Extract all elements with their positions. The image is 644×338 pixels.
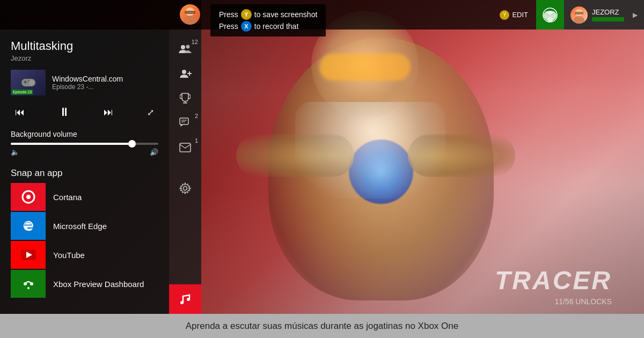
people-icon (179, 43, 192, 54)
svg-rect-2 (185, 11, 195, 14)
svg-rect-14 (28, 80, 29, 82)
pause-button[interactable]: ⏸ (54, 103, 75, 121)
skip-forward-button[interactable]: ⏭ (99, 105, 118, 120)
cortana-ring-icon (21, 189, 36, 204)
controller-icon (20, 77, 36, 89)
svg-point-5 (574, 16, 584, 24)
music-note-icon (178, 292, 193, 307)
media-subtitle: Episode 23 -... (52, 83, 158, 91)
xbox-label: Xbox Preview Dashboard (46, 280, 144, 289)
svg-point-24 (186, 45, 190, 49)
xbox-logo-icon (543, 8, 558, 23)
settings-gear-icon (179, 182, 191, 194)
svg-point-23 (181, 45, 185, 49)
sidebar-settings-item[interactable] (171, 177, 199, 200)
cortana-label: Cortana (46, 193, 82, 202)
message-icon (179, 143, 191, 152)
chat-icon (179, 117, 191, 128)
volume-icons: 🔈 🔊 (11, 148, 158, 156)
edge-e-icon (21, 218, 36, 233)
edit-button[interactable]: Y EDIT (492, 10, 536, 20)
volume-slider[interactable] (11, 143, 158, 145)
trophy-icon (180, 92, 191, 104)
svg-point-34 (184, 187, 187, 190)
svg-point-35 (180, 301, 184, 304)
record-label: to record that (254, 20, 299, 32)
app-item-cortana[interactable]: Cortana (11, 183, 158, 211)
center-sidebar: 12 2 1 (169, 30, 201, 314)
media-info: WindowsCentral.com Episode 23 -... (52, 75, 158, 91)
avatar (180, 4, 200, 25)
edge-label: Microsoft Edge (46, 222, 107, 231)
svg-point-16 (26, 195, 31, 199)
caption-bar: Aprenda a escutar suas músicas durante a… (0, 314, 644, 338)
svg-point-11 (29, 82, 31, 84)
cortana-icon (11, 183, 46, 211)
snap-section: Snap an app Cortana Microsoft Edge (0, 163, 169, 302)
unlocks-count: 11/56 UNLOCKS (554, 297, 612, 306)
svg-point-22 (27, 287, 30, 289)
music-button[interactable] (169, 284, 201, 314)
youtube-play-icon (20, 249, 36, 261)
volume-label: Background volume (11, 130, 158, 138)
notification-line-2: Press X to record that (219, 20, 317, 32)
svg-rect-30 (180, 118, 188, 124)
gamertag-bar (592, 17, 624, 21)
volume-max-icon: 🔊 (150, 148, 158, 156)
notification-box: Press Y to save screenshot Press X to re… (210, 4, 326, 36)
top-right-area: Y EDIT JEZORZ ▶ (492, 0, 644, 30)
sidebar-trophy-item[interactable] (171, 87, 199, 109)
sidebar-subtitle: Jezorz (11, 54, 158, 62)
svg-point-9 (31, 80, 32, 82)
message-badge: 1 (195, 137, 198, 144)
svg-rect-6 (575, 12, 583, 14)
gamertag: JEZORZ (592, 8, 624, 16)
people-badge: 12 (192, 39, 198, 45)
youtube-icon (11, 241, 46, 269)
y-button: Y (241, 9, 252, 20)
character-name: TRACER (495, 266, 612, 295)
edge-icon (11, 212, 46, 240)
xbox-icon-box[interactable] (536, 0, 564, 30)
svg-point-8 (24, 81, 26, 84)
sidebar-chat-item[interactable]: 2 (171, 112, 199, 134)
notification-line-1: Press Y to save screenshot (219, 9, 317, 20)
media-player: Episode 23 WindowsCentral.com Episode 23… (0, 64, 169, 101)
profile-avatar (570, 6, 588, 24)
press-label-2: Press (219, 20, 238, 32)
chat-badge: 2 (195, 113, 198, 119)
sidebar-add-friend-item[interactable] (171, 62, 199, 85)
edit-y-icon: Y (500, 10, 509, 20)
youtube-label: YouTube (46, 251, 85, 260)
media-controls: ⏮ ⏸ ⏭ ⤢ (0, 101, 169, 126)
svg-point-36 (187, 298, 190, 301)
expand-button[interactable]: ⤢ (143, 105, 158, 120)
caption-text: Aprenda a escutar suas músicas durante a… (186, 321, 458, 332)
episode-badge: Episode 23 (12, 90, 33, 94)
svg-point-10 (32, 82, 34, 84)
snap-title: Snap an app (11, 168, 158, 179)
app-item-xbox[interactable]: Xbox Preview Dashboard (11, 270, 158, 298)
profile-area[interactable]: JEZORZ ▶ (564, 0, 644, 30)
sidebar-title: Multitasking (11, 39, 158, 53)
app-item-edge[interactable]: Microsoft Edge (11, 212, 158, 240)
profile-chevron-icon: ▶ (633, 11, 638, 19)
xbox-preview-icon (20, 275, 37, 292)
skip-back-button[interactable]: ⏮ (11, 105, 29, 120)
volume-fill (11, 143, 132, 145)
add-friend-icon (179, 68, 192, 79)
edit-label: EDIT (512, 11, 528, 19)
app-item-youtube[interactable]: YouTube (11, 241, 158, 269)
sidebar-message-item[interactable]: 1 (171, 136, 199, 159)
volume-thumb[interactable] (128, 140, 136, 148)
media-title: WindowsCentral.com (52, 75, 158, 83)
xbox-app-icon (11, 270, 46, 298)
save-label: to save screenshot (254, 9, 318, 20)
svg-point-25 (182, 70, 186, 74)
profile-info: JEZORZ (592, 8, 624, 21)
sidebar-people-item[interactable]: 12 (171, 38, 199, 60)
svg-rect-33 (180, 143, 191, 152)
sidebar-header: Multitasking Jezorz (0, 30, 169, 64)
press-label-1: Press (219, 9, 238, 20)
volume-section: Background volume 🔈 🔊 (0, 126, 169, 163)
